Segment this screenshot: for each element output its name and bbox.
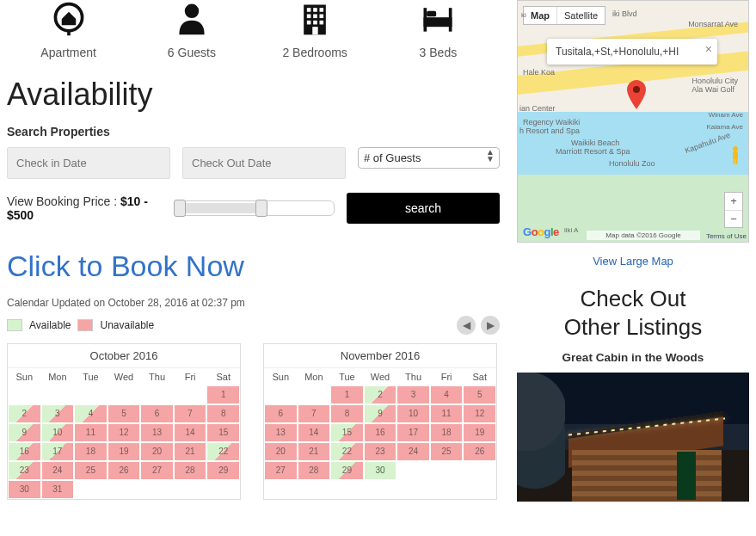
calendar-day[interactable]: 22 [331,443,363,460]
svg-rect-5 [313,8,317,12]
map-zoom-control[interactable]: + − [724,192,743,228]
calendar-day[interactable]: 22 [207,443,239,460]
svg-point-2 [185,4,200,19]
calendar-day[interactable]: 5 [108,405,140,422]
map-type-satellite[interactable]: Satellite [556,7,605,24]
map-label: Regency Waikiki [523,118,580,126]
calendar-day[interactable]: 26 [464,443,495,460]
calendar-day[interactable]: 24 [397,443,429,460]
calendar-day[interactable]: 21 [175,443,206,460]
calendar-day[interactable]: 4 [431,386,463,404]
map-type-toggle[interactable]: Map Satellite [523,6,605,25]
calendar-day[interactable]: 19 [108,443,140,460]
calendar-day[interactable]: 27 [265,462,297,479]
slider-handle-min[interactable] [174,200,186,217]
checkout-input[interactable] [182,147,346,179]
legend-swatch-unavailable [77,319,93,331]
map[interactable]: Map Satellite Tusitala,+St,+Honolulu,+HI… [517,0,749,243]
calendar-day[interactable]: 7 [298,405,330,422]
calendar-day[interactable]: 2 [365,386,396,404]
calendar-day[interactable]: 3 [42,405,74,422]
calendar-day[interactable]: 10 [397,405,429,422]
calendar-day[interactable]: 29 [331,462,363,479]
cabin-snow [517,373,565,502]
other-listings-heading-l2: Other Listings [564,314,702,340]
calendar-day[interactable]: 19 [464,424,495,441]
calendar-day-header: Sat [463,368,496,386]
calendar-day[interactable]: 9 [9,424,40,441]
price-slider[interactable] [175,200,335,216]
calendar-day[interactable]: 30 [9,481,40,498]
slider-handle-max[interactable] [255,200,267,217]
calendar-day[interactable]: 1 [331,386,363,404]
book-now-link[interactable]: Click to Book Now [7,250,500,283]
calendar-day[interactable]: 6 [265,405,297,422]
calendar-day[interactable]: 17 [397,424,429,441]
map-type-map[interactable]: Map [524,7,556,24]
checkin-input[interactable] [7,147,170,179]
calendar-day[interactable]: 23 [365,443,396,460]
listing-thumbnail[interactable] [517,373,749,502]
close-icon[interactable]: × [705,42,712,56]
svg-rect-17 [427,11,437,16]
zoom-out-button[interactable]: − [725,210,742,227]
calendar-day[interactable]: 27 [141,462,173,479]
calendar-day[interactable]: 13 [265,424,297,441]
calendar-day[interactable]: 10 [42,424,74,441]
view-large-map-link[interactable]: View Large Map [517,255,749,268]
calendar-day[interactable]: 12 [108,424,140,441]
calendar-day[interactable]: 24 [42,462,74,479]
calendar-day[interactable]: 14 [175,424,206,441]
svg-rect-21 [734,158,735,164]
map-label: iiki A [564,226,578,234]
calendar-day[interactable]: 20 [265,443,297,460]
calendar-day[interactable]: 3 [397,386,429,404]
calendar-next-button[interactable]: ▶ [481,316,500,335]
map-pin-icon[interactable] [626,80,647,115]
calendar-day[interactable]: 25 [431,443,463,460]
pegman-icon[interactable] [728,145,743,166]
calendar-day[interactable]: 20 [141,443,173,460]
calendar-day[interactable]: 15 [207,424,239,441]
calendar-day[interactable]: 11 [75,424,107,441]
calendar-day[interactable]: 16 [9,443,40,460]
calendar-day[interactable]: 25 [75,462,107,479]
calendar-day[interactable]: 6 [141,405,173,422]
calendar-prev-button[interactable]: ◀ [457,316,476,335]
map-terms-link[interactable]: Terms of Use [706,232,747,240]
zoom-in-button[interactable]: + [725,193,742,210]
calendar-day[interactable]: 18 [75,443,107,460]
calendar-day[interactable]: 16 [365,424,396,441]
calendar-day[interactable]: 30 [365,462,396,479]
guests-select[interactable]: # of Guests [358,147,500,169]
calendar-day[interactable]: 14 [298,424,330,441]
calendar-day[interactable]: 2 [9,405,40,422]
map-label: h Resort and Spa [519,126,580,135]
calendar-day[interactable]: 29 [207,462,239,479]
search-button[interactable]: search [347,193,500,224]
calendar-day[interactable]: 31 [42,481,74,498]
calendar-day-header: Fri [430,368,464,386]
price-prefix: View Booking Price : [7,194,120,208]
calendar-day[interactable]: 28 [175,462,206,479]
calendar-day[interactable]: 4 [75,405,107,422]
calendar-day[interactable]: 8 [331,405,363,422]
calendar-day[interactable]: 9 [365,405,396,422]
calendar-day[interactable]: 12 [464,405,495,422]
calendar-day[interactable]: 23 [9,462,40,479]
calendar-day[interactable]: 8 [207,405,239,422]
calendar-day[interactable]: 11 [431,405,463,422]
calendar-day[interactable]: 18 [431,424,463,441]
calendar-day[interactable]: 5 [464,386,495,404]
calendar-day[interactable]: 13 [141,424,173,441]
calendar-day[interactable]: 28 [298,462,330,479]
calendar-day[interactable]: 7 [175,405,206,422]
calendar-day[interactable]: 1 [207,386,239,404]
calendar-day[interactable]: 21 [298,443,330,460]
calendar-day[interactable]: 26 [108,462,140,479]
legend-available-label: Available [29,319,71,331]
calendar-day[interactable]: 17 [42,443,74,460]
price-range-label: View Booking Price : $10 - $500 [7,194,163,222]
map-label: Waikiki Beach [571,139,619,147]
calendar-day[interactable]: 15 [331,424,363,441]
